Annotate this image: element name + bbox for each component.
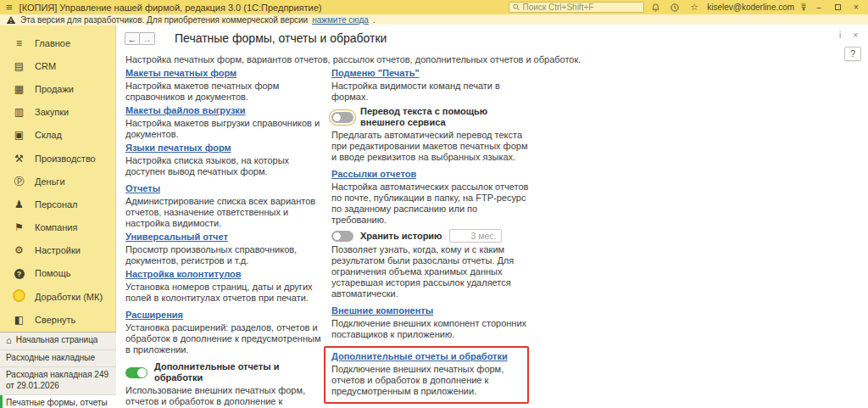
sidebar-item-customizations[interactable]: Доработки (МК) xyxy=(0,285,115,308)
setting-description: Просмотр произвольных справочников, доку… xyxy=(125,244,323,266)
setting-description: Настройка списка языков, на которых дост… xyxy=(125,155,323,177)
export-file-templates-link[interactable]: Макеты файлов выгрузки xyxy=(125,105,246,115)
taskbar-label: Печатные формы, отчеты и обработки xyxy=(6,398,111,408)
window-title: [КОПИЯ] Управление нашей фирмой, редакци… xyxy=(19,3,322,13)
universal-report-link[interactable]: Универсальный отчет xyxy=(125,232,228,242)
print-form-languages-link[interactable]: Языки печатных форм xyxy=(125,143,231,153)
setting-print-form-languages: Языки печатных форм Настройка списка язы… xyxy=(125,143,323,177)
purchase-link[interactable]: нажмите сюда xyxy=(312,15,369,25)
headers-footers-link[interactable]: Настройка колонтитулов xyxy=(125,269,242,279)
sidebar-item-help[interactable]: ?Помощь xyxy=(0,262,115,285)
sidebar-item-staff[interactable]: ♟Персонал xyxy=(0,193,115,215)
sidebar-item-collapse[interactable]: ◧Свернуть xyxy=(0,308,115,331)
help-button[interactable]: ? xyxy=(844,47,861,61)
taskbar-item-invoices-list[interactable]: Расходные накладные xyxy=(0,350,116,368)
staff-icon: ♟ xyxy=(13,199,25,210)
sidebar-item-crm[interactable]: ▤CRM xyxy=(0,54,115,77)
setting-keep-history-toggle: Хранить историю Позволяет узнать, когда,… xyxy=(331,229,529,299)
global-search[interactable] xyxy=(509,2,644,13)
right-settings-column: Подменю "Печать" Настройка видимости ком… xyxy=(331,68,529,408)
print-submenu-link[interactable]: Подменю "Печать" xyxy=(331,68,420,78)
sidebar-item-settings[interactable]: ⚙Настройки xyxy=(0,239,115,262)
taskbar-item-print-forms[interactable]: Печатные формы, отчеты и обработки xyxy=(0,395,116,408)
setting-report-distributions: Рассылки отчетов Настройка автоматически… xyxy=(331,169,529,226)
sidebar-item-money[interactable]: ⓅДеньги xyxy=(0,170,115,193)
sales-icon: ▦ xyxy=(13,84,25,94)
close-page-icon[interactable]: × xyxy=(853,31,858,40)
extensions-link[interactable]: Расширения xyxy=(125,310,183,320)
sidebar-label: Продажи xyxy=(35,84,74,94)
external-components-link[interactable]: Внешние компоненты xyxy=(331,305,433,316)
restore-icon xyxy=(835,4,841,10)
history-icon[interactable] xyxy=(670,3,682,13)
user-account[interactable]: kiselev@koderline.com xyxy=(707,3,794,12)
setting-description: Настройка видимости команд печати в форм… xyxy=(331,81,529,103)
favorites-star-icon[interactable]: ☆ xyxy=(688,3,700,12)
forward-button[interactable]: → xyxy=(140,32,155,45)
setting-description: Подключение внешних печатных форм, отчет… xyxy=(331,364,521,397)
report-distributions-link[interactable]: Рассылки отчетов xyxy=(331,169,416,179)
taskbar-item-home[interactable]: ⌂Начальная страница xyxy=(0,333,116,350)
setting-description: Использование внешних печатных форм, отч… xyxy=(125,385,323,408)
sidebar-item-production[interactable]: ⚒Производство xyxy=(0,147,115,170)
back-button[interactable]: ← xyxy=(125,32,140,45)
taskbar-item-invoice-249[interactable]: Расходная накладная 249 от 29.01.2026 xyxy=(0,367,116,395)
setting-description: Администрирование списка всех вариантов … xyxy=(125,196,323,229)
setting-description: Настройка автоматических рассылок отчето… xyxy=(331,182,529,226)
company-flag-icon: ⚑ xyxy=(13,222,25,232)
text-translation-toggle[interactable] xyxy=(331,112,353,123)
taskbar-label: Начальная страница xyxy=(16,335,98,346)
setting-extensions: Расширения Установка расширений: раздело… xyxy=(125,310,323,355)
setting-print-submenu: Подменю "Печать" Настройка видимости ком… xyxy=(331,68,529,103)
close-window-button[interactable]: × xyxy=(850,3,862,12)
setting-description: Настройка макетов выгрузки справочников … xyxy=(125,118,323,140)
sidebar-item-company[interactable]: ⚑Компания xyxy=(0,216,115,239)
setting-headers-footers: Настройка колонтитулов Установка номеров… xyxy=(125,269,323,304)
warning-suffix: . xyxy=(373,15,376,25)
keep-history-toggle[interactable] xyxy=(331,231,353,242)
print-form-templates-link[interactable]: Макеты печатных форм xyxy=(125,68,236,78)
sidebar-label: Помощь xyxy=(35,268,71,278)
sidebar-item-main[interactable]: ≡Главное xyxy=(0,31,115,54)
setting-text-translation-toggle: Перевод текста с помощью внешнего сервис… xyxy=(331,106,529,163)
sidebar-item-warehouse[interactable]: ▣Склад xyxy=(0,124,115,147)
main-section-icon: ≡ xyxy=(13,38,25,48)
history-months-input[interactable] xyxy=(449,229,502,243)
notifications-bell-icon[interactable] xyxy=(651,3,663,13)
setting-description: Подключение внешних компонент сторонних … xyxy=(331,318,529,340)
sidebar-label: Производство xyxy=(35,154,96,164)
restore-button[interactable] xyxy=(832,3,843,12)
search-icon xyxy=(513,3,520,11)
sidebar-item-sales[interactable]: ▦Продажи xyxy=(0,77,115,100)
additional-reports-toggle[interactable] xyxy=(125,367,147,378)
search-input[interactable] xyxy=(523,3,641,12)
main-menu-icon[interactable]: ≡ xyxy=(6,2,13,13)
production-icon: ⚒ xyxy=(13,154,25,164)
collapse-panel-icon: ◧ xyxy=(13,315,25,325)
print-forms-settings-page: ← → Печатные формы, отчеты и обработки i… xyxy=(117,25,868,408)
pin-window-icon[interactable]: i xyxy=(839,31,841,40)
sidebar-label: CRM xyxy=(35,61,56,71)
home-icon: ⌂ xyxy=(6,335,12,345)
sidebar-label: Закупки xyxy=(35,107,69,117)
setting-external-components: Внешние компоненты Подключение внешних к… xyxy=(331,305,529,340)
toggle-label: Дополнительные отчеты и обработки xyxy=(154,361,323,383)
setting-additional-reports-toggle: Дополнительные отчеты и обработки Исполь… xyxy=(125,361,323,408)
open-windows-panel: ⌂Начальная страница Расходные накладные … xyxy=(0,332,116,408)
minimize-button[interactable]: – xyxy=(813,3,825,12)
highlighted-additional-reports-setting: Дополнительные отчеты и обработки Подклю… xyxy=(324,346,529,404)
sidebar-label: Главное xyxy=(35,38,70,48)
sidebar-label: Склад xyxy=(35,130,62,140)
sidebar-item-purchases[interactable]: ▥Закупки xyxy=(0,101,115,124)
service-menu-icon[interactable]: ≡ ▾ xyxy=(801,3,806,11)
setting-description: Настройка макетов печатных форм справочн… xyxy=(125,81,323,103)
history-nav: ← → xyxy=(125,32,155,45)
toggle-label: Перевод текста с помощью внешнего сервис… xyxy=(360,106,529,128)
setting-description: Предлагать автоматический перевод текста… xyxy=(331,130,529,163)
section-sidebar: ≡Главное ▤CRM ▦Продажи ▥Закупки ▣Склад ⚒… xyxy=(0,25,116,332)
setting-export-file-templates: Макеты файлов выгрузки Настройка макетов… xyxy=(125,105,323,140)
page-title: Печатные формы, отчеты и обработки xyxy=(175,31,387,45)
reports-link[interactable]: Отчеты xyxy=(125,183,160,193)
additional-reports-processing-link[interactable]: Дополнительные отчеты и обработки xyxy=(331,351,508,361)
toggle-label: Хранить историю xyxy=(360,231,442,242)
